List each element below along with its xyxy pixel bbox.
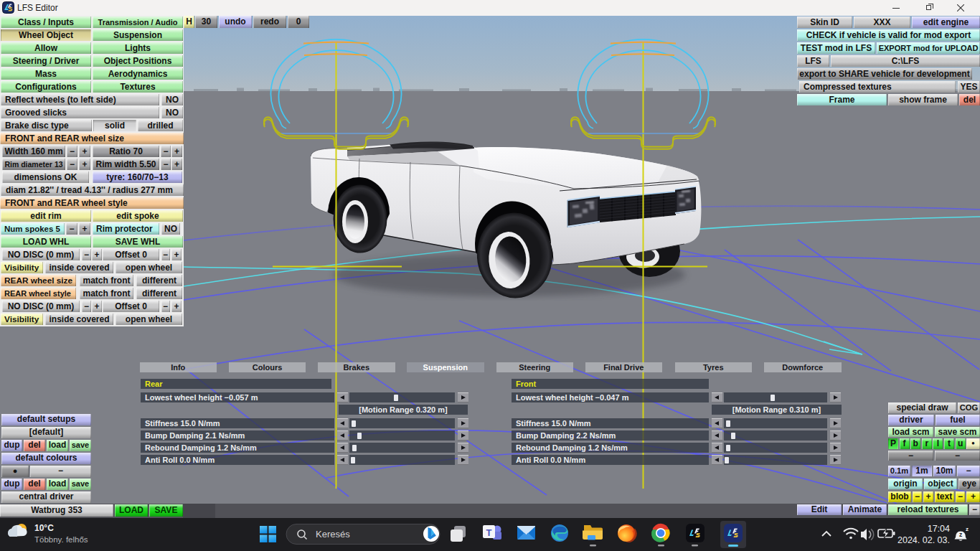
svg-text:Keresés: Keresés (316, 529, 350, 540)
svg-text:z: z (959, 531, 962, 538)
svg-text:z: z (966, 526, 969, 532)
svg-text:10°C: 10°C (34, 523, 54, 533)
svg-text:2024. 02. 03.: 2024. 02. 03. (897, 535, 950, 545)
svg-text:T: T (486, 527, 492, 538)
svg-text:Többny. felhős: Többny. felhős (34, 535, 88, 544)
svg-text:17:04: 17:04 (928, 524, 950, 534)
